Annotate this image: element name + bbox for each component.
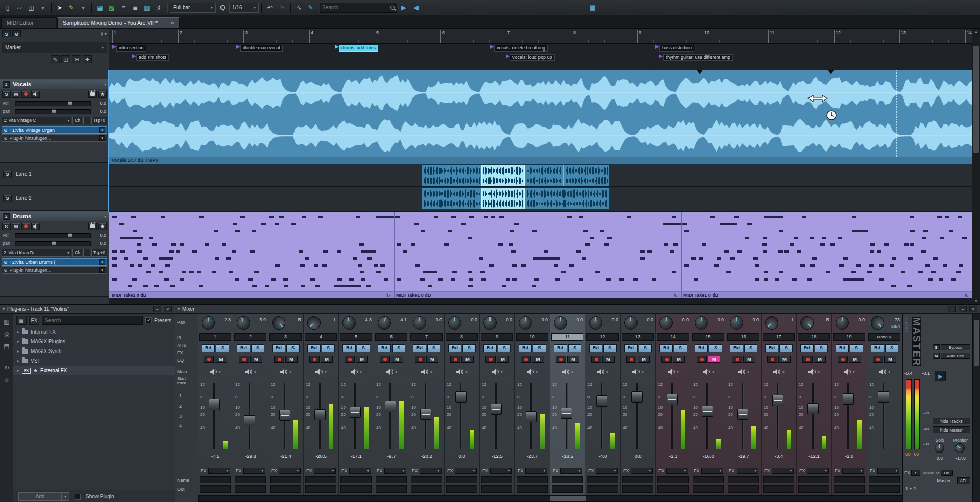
midi-note[interactable]: [361, 250, 376, 253]
midi-note[interactable]: [763, 250, 767, 253]
midi-note[interactable]: [869, 264, 874, 267]
channel-number[interactable]: 1: [199, 333, 231, 341]
midi-note[interactable]: [647, 250, 652, 253]
mixer-titlebar[interactable]: ▾ Mixer ▫ − ×: [175, 305, 980, 314]
expand-icon[interactable]: ▸: [17, 349, 19, 354]
midi-note[interactable]: [112, 257, 117, 260]
midi-note[interactable]: [143, 285, 148, 287]
channel-number[interactable]: 13: [622, 333, 654, 341]
midi-note[interactable]: [585, 243, 590, 246]
midi-note[interactable]: [491, 216, 495, 218]
pan-knob[interactable]: [305, 314, 324, 332]
midi-note[interactable]: [235, 230, 240, 232]
solo-button[interactable]: S: [603, 344, 617, 352]
pen-tool-icon[interactable]: ✎: [305, 3, 316, 13]
record-ready-button[interactable]: Rd: [659, 344, 673, 352]
solo-button[interactable]: S: [815, 344, 828, 352]
channel-number[interactable]: 17: [763, 333, 795, 341]
minimize-icon[interactable]: −: [959, 306, 967, 312]
chevron-down-icon[interactable]: ▾: [104, 82, 106, 87]
midi-note[interactable]: [154, 285, 159, 287]
midi-note[interactable]: [356, 216, 360, 218]
solo-button[interactable]: S: [709, 344, 722, 352]
midi-note[interactable]: [315, 285, 320, 287]
meter-icon[interactable]: [83, 249, 90, 257]
midi-note[interactable]: [411, 243, 415, 246]
loop-icon[interactable]: ↻: [386, 293, 390, 298]
midi-note[interactable]: [305, 257, 309, 260]
output-select-arrow[interactable]: ▾: [395, 370, 397, 374]
midi-note[interactable]: [777, 216, 782, 218]
midi-note[interactable]: [694, 278, 698, 281]
midi-note[interactable]: [468, 271, 472, 273]
midi-note[interactable]: [514, 223, 519, 225]
midi-note[interactable]: [461, 223, 466, 225]
record-ready-button[interactable]: Rd: [307, 344, 321, 352]
midi-note[interactable]: [269, 216, 274, 218]
pan-knob[interactable]: [201, 315, 215, 330]
midi-note[interactable]: [480, 271, 485, 273]
midi-note[interactable]: [366, 285, 371, 287]
solo-level-knob[interactable]: [935, 443, 944, 453]
midi-note[interactable]: [910, 216, 914, 218]
slider-handle[interactable]: [68, 101, 72, 106]
midi-note[interactable]: [283, 278, 288, 281]
track-mute-button[interactable]: M: [12, 91, 20, 98]
midi-note[interactable]: [664, 243, 668, 246]
timeline-marker[interactable]: vocals: loud pop up: [506, 54, 555, 61]
channel-out-field[interactable]: [235, 485, 266, 493]
wave-edit-icon[interactable]: ∿: [293, 3, 305, 13]
object-list-icon[interactable]: ≣: [130, 3, 141, 13]
transpose-button[interactable]: Tsp+0: [91, 249, 107, 257]
channel-name-field[interactable]: [270, 476, 301, 483]
midi-note[interactable]: [830, 243, 835, 246]
fader-handle[interactable]: [631, 391, 643, 403]
midi-note[interactable]: [595, 271, 600, 273]
timeline-marker[interactable]: double main vocal: [236, 45, 283, 52]
expand-icon[interactable]: ▸: [17, 330, 19, 334]
fader-handle[interactable]: [526, 411, 537, 422]
midi-note[interactable]: [146, 271, 151, 273]
midi-note[interactable]: [368, 257, 372, 260]
fader-handle[interactable]: [878, 391, 889, 403]
midi-note[interactable]: [907, 285, 912, 287]
midi-note[interactable]: [763, 237, 767, 239]
mute-button[interactable]: M: [215, 356, 227, 363]
speaker-icon[interactable]: [280, 369, 288, 376]
timeline-marker[interactable]: drums: add toms: [335, 45, 378, 52]
output-select-arrow[interactable]: ▾: [289, 370, 291, 374]
lane-audio-clip[interactable]: [564, 165, 609, 186]
midi-note[interactable]: [452, 271, 457, 273]
presets-checkbox[interactable]: ✓: [145, 317, 152, 323]
fx-filter-button[interactable]: FX: [29, 316, 39, 325]
scroll-up-icon[interactable]: ▲: [972, 30, 980, 33]
snap-grid-icon[interactable]: ♯: [153, 3, 164, 13]
record-arm-button[interactable]: [485, 356, 496, 363]
midi-note[interactable]: [851, 271, 856, 273]
midi-note[interactable]: [555, 278, 560, 281]
speaker-icon[interactable]: [527, 369, 534, 376]
midi-note[interactable]: [925, 264, 930, 267]
channel-name-field[interactable]: [587, 476, 618, 483]
redo-icon[interactable]: ↷: [277, 3, 288, 13]
chevron-down-icon[interactable]: ▾: [104, 31, 107, 36]
midi-note[interactable]: [252, 285, 257, 287]
midi-note[interactable]: [512, 264, 517, 267]
midi-note[interactable]: [279, 216, 284, 218]
solo-button[interactable]: S: [427, 344, 440, 352]
pan-knob[interactable]: [413, 316, 426, 330]
midi-note[interactable]: [779, 230, 783, 232]
history-icon[interactable]: ↻: [2, 363, 12, 373]
scrollbar-thumb[interactable]: [973, 46, 979, 153]
chevron-down-icon[interactable]: ▾: [99, 267, 105, 273]
pan-knob[interactable]: [270, 314, 288, 332]
midi-note[interactable]: [291, 223, 296, 225]
channel-name-field[interactable]: [235, 476, 266, 483]
clip-counters[interactable]: 00 00: [905, 451, 925, 457]
midi-note[interactable]: [775, 278, 779, 281]
pan-knob[interactable]: [695, 316, 708, 330]
midi-note[interactable]: [879, 278, 884, 281]
midi-note[interactable]: [222, 243, 226, 246]
midi-note[interactable]: [233, 223, 237, 225]
channel-button[interactable]: Ch: [72, 249, 82, 257]
